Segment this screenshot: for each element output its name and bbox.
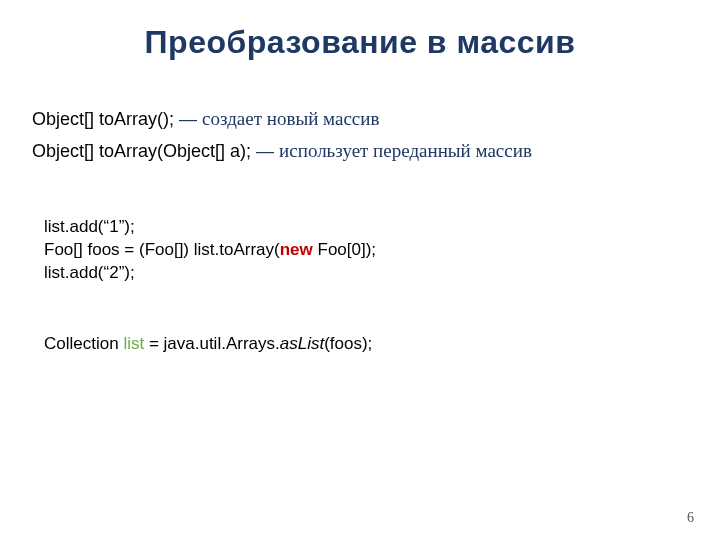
code-text: (foos); <box>324 334 372 353</box>
page-title: Преобразование в массив <box>40 24 680 61</box>
code-block-2: Collection list = java.util.Arrays.asLis… <box>44 333 680 356</box>
code-text: Collection <box>44 334 123 353</box>
code-line: Foo[] foos = (Foo[]) list.toArray(new Fo… <box>44 239 680 262</box>
slide: Преобразование в массив Object[] toArray… <box>0 0 720 540</box>
page-number: 6 <box>687 510 694 526</box>
method-name: asList <box>280 334 324 353</box>
signature-desc: использует переданный массив <box>279 140 532 161</box>
signature-line: Object[] toArray(); — создает новый масс… <box>32 103 680 135</box>
keyword-new: new <box>280 240 313 259</box>
signature-block: Object[] toArray(); — создает новый масс… <box>32 103 680 166</box>
variable-name: list <box>123 334 144 353</box>
code-text: Foo[0]); <box>313 240 376 259</box>
signature-code: Object[] toArray(Object[] a); <box>32 141 251 161</box>
signature-code: Object[] toArray(); <box>32 109 174 129</box>
code-line: Collection list = java.util.Arrays.asLis… <box>44 333 680 356</box>
code-line: list.add(“1”); <box>44 216 680 239</box>
signature-desc: создает новый массив <box>202 108 379 129</box>
dash: — <box>179 109 197 129</box>
code-text: = java.util.Arrays. <box>144 334 280 353</box>
code-block-1: list.add(“1”); Foo[] foos = (Foo[]) list… <box>44 216 680 285</box>
code-line: list.add(“2”); <box>44 262 680 285</box>
signature-line: Object[] toArray(Object[] a); — использу… <box>32 135 680 167</box>
dash: — <box>256 141 274 161</box>
code-text: Foo[] foos = (Foo[]) list.toArray( <box>44 240 280 259</box>
